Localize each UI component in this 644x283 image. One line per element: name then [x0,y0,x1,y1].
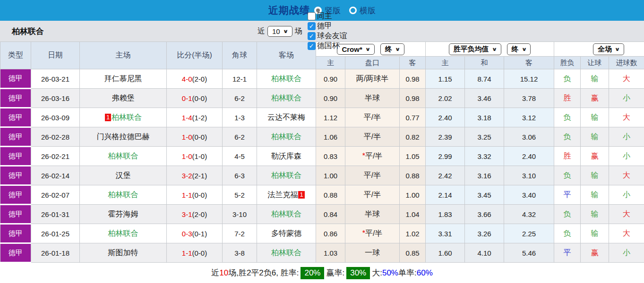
filter-bar: 柏林联合 近 10 ∨ 场 同主✓德甲✓球会友谊✓德国杯 [0,21,644,42]
home-team-cell: 霍芬海姆 [80,205,167,224]
handicap-text: 两/两球半 [356,75,388,83]
handicap-cell: *平/半 [345,147,400,166]
team-name-text: 汉堡 [116,171,131,179]
crown-away-odds: 1.02 [400,224,426,243]
crown-away-odds: 0.88 [400,166,426,185]
team-name-text: 柏林联合 [271,75,301,83]
score-cell: 3-2(2-1) [167,166,223,185]
result-wdl-cell: 负 [554,69,581,89]
team-name-text: 柏林联合 [271,133,301,141]
corner-cell: 3-10 [223,205,257,224]
avg-away-odds: 5.46 [504,243,554,263]
team-name-text: 门兴格拉德巴赫 [97,133,150,141]
result-goals-cell: 小 [609,243,644,263]
result-handicap-cell: 输 [581,166,609,185]
avg-away-odds: 4.32 [504,205,554,224]
col-header-score: 比分(半场) [167,42,223,69]
team-name-text: 柏林联合 [271,210,301,218]
result-goals-cell: 大 [609,205,644,224]
league-cell: 德甲 [0,185,31,205]
subheader-away: 客 [400,57,426,69]
result-handicap-cell: 赢 [581,89,609,108]
corner-cell: 3-8 [223,243,257,263]
avg-home-odds: 2.40 [426,108,465,127]
radio-option-horizontal[interactable]: 横版 [349,5,376,16]
filter-option[interactable]: ✓德国杯 [305,41,347,51]
red-card-badge: 1 [298,191,304,199]
crown-away-odds: 1.00 [400,185,426,205]
scope-select[interactable]: 全场 ∨ [593,43,624,55]
avg-draw-odds: 8.74 [465,69,504,89]
recent-label: 近 [258,26,265,36]
checkbox-checked-icon[interactable]: ✓ [308,32,316,40]
result-goals-cell: 大 [609,224,644,243]
home-team-cell: 拜仁慕尼黑 [80,69,167,89]
table-row: 德甲26-01-31霍芬海姆3-1(2-0)3-10柏林联合0.84半球1.04… [0,205,644,224]
score-cell: 1-1(0-0) [167,185,223,205]
corner-cell: 1-3 [223,108,257,127]
filter-option[interactable]: 同主 [305,11,347,21]
avg-state-select[interactable]: 终 ∨ [507,43,531,55]
team-name: 柏林联合 [12,26,44,37]
summary-text: 60% [417,268,433,278]
summary-text: 单率: [398,267,417,278]
avg-away-odds: 3.10 [504,166,554,185]
result-text: 负 [564,75,571,83]
away-team-cell: 柏林联合 [257,243,316,263]
league-cell: 德甲 [0,147,31,166]
fulltime-score: 1-1 [182,191,192,199]
avg-away-odds: 3.12 [504,108,554,127]
scope-value: 全场 [598,45,612,54]
date-cell: 26-03-21 [31,69,80,89]
fulltime-score: 1-4 [182,114,192,122]
avg-type-select[interactable]: 胜平负均值 ∨ [449,43,501,55]
score-cell: 0-3(0-1) [167,224,223,243]
col-header-type: 类型 [0,42,31,69]
result-text: 胜 [564,94,571,102]
date-cell: 26-01-25 [31,224,80,243]
odds-source-state-select[interactable]: 终 ∨ [380,43,404,55]
avg-away-odds: 3.40 [504,185,554,205]
halftime-score: (1-2) [192,114,207,122]
avg-home-odds: 2.39 [426,127,465,147]
handicap-text: 平/半 [365,229,382,237]
match-count-value: 10 [272,27,280,35]
chevron-down-icon: ∨ [365,46,370,52]
filter-option[interactable]: ✓德甲 [305,21,347,31]
avg-draw-odds: 3.26 [465,224,504,243]
date-cell: 26-02-14 [31,166,80,185]
filter-option[interactable]: ✓球会友谊 [305,31,347,41]
result-text: 小 [623,249,630,257]
league-cell: 德甲 [0,205,31,224]
avg-draw-odds: 3.66 [465,205,504,224]
result-text: 输 [591,229,599,237]
handicap-text: 半球 [365,94,380,102]
team-name-text: 柏林联合 [108,229,138,237]
result-goals-cell: 大 [609,166,644,185]
checkbox-unchecked-icon[interactable] [308,12,316,20]
result-text: 平 [564,191,571,199]
result-handicap-cell: 输 [581,108,609,127]
team-name-text: 法兰克福 [267,191,298,199]
fulltime-score: 1-0 [182,133,192,141]
percentage-chip: 30% [346,267,370,279]
result-goals-cell: 小 [609,147,644,166]
match-count-select[interactable]: 10 ∨ [267,26,292,37]
table-row: 德甲26-02-21柏林联合1-0(1-0)4-5勒沃库森0.83*平/半1.0… [0,147,644,166]
halftime-score: (2-0) [192,210,207,218]
avg-draw-odds: 3.46 [465,89,504,108]
checkbox-checked-icon[interactable]: ✓ [308,42,316,50]
radio-horizontal-icon[interactable] [349,7,357,14]
handicap-cell: 两/两球半 [345,69,400,89]
handicap-text: 平/半 [365,152,382,160]
col-header-corner: 角球 [223,42,257,69]
col-header-home: 主场 [80,42,167,69]
home-team-cell: 柏林联合 [80,147,167,166]
corner-cell: 6-3 [223,166,257,185]
result-text: 小 [623,152,630,160]
league-cell: 德甲 [0,243,31,263]
subheader-let: 让球 [581,57,609,69]
fulltime-score: 1-1 [182,249,192,257]
checkbox-checked-icon[interactable]: ✓ [308,22,316,30]
result-handicap-cell: 输 [581,205,609,224]
